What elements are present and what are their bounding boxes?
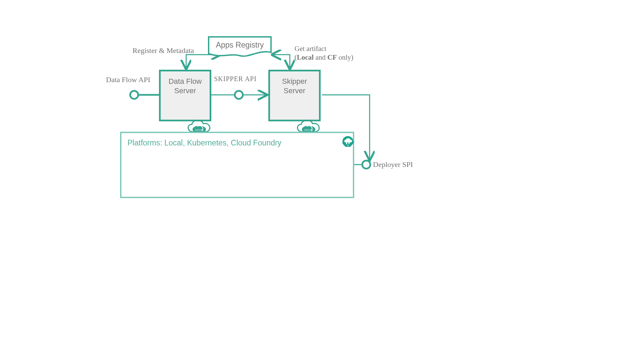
- skipper-title-l1: Skipper: [270, 77, 319, 86]
- port-deployer-spi: [362, 161, 370, 169]
- label-data-flow-api: Data Flow API: [106, 75, 150, 84]
- apps-registry-box: Apps Registry: [208, 36, 272, 56]
- dfs-title-l1: Data Flow: [161, 77, 210, 86]
- label-get-artifact: Get artifact (Local and CF only): [294, 44, 354, 62]
- label-register-metadata: Register & Metadata: [132, 46, 194, 55]
- label-get-artifact-l1: Get artifact: [294, 44, 354, 53]
- label-get-artifact-l2: (Local and CF only): [294, 53, 354, 62]
- skipper-title-l2: Server: [270, 86, 319, 96]
- svg-rect-22: [348, 142, 350, 144]
- svg-text:0101100: 0101100: [304, 129, 313, 131]
- apps-registry-title: Apps Registry: [208, 36, 272, 50]
- svg-text:0101100: 0101100: [195, 129, 204, 131]
- dfs-title-l2: Server: [161, 86, 210, 96]
- port-data-flow-api: [130, 91, 138, 99]
- ga-cf: CF: [327, 53, 337, 61]
- data-flow-server-box: Data Flow Server 0101100: [159, 70, 211, 121]
- ga-suffix: only): [337, 53, 354, 61]
- ga-prefix: (: [294, 53, 297, 61]
- edge-registry-skipper: [271, 55, 290, 70]
- ga-local: Local: [297, 53, 314, 61]
- label-skipper-api: SKIPPER API: [214, 75, 257, 83]
- ga-mid: and: [314, 53, 327, 61]
- skipper-server-box: Skipper Server 0101100: [268, 70, 321, 121]
- platforms-box: Platforms: Local, Kubernetes, Cloud Foun…: [120, 132, 354, 198]
- label-deployer-spi: Deployer SPI: [373, 160, 413, 169]
- platforms-text: Platforms: Local, Kubernetes, Cloud Foun…: [127, 138, 281, 147]
- port-skipper-api: [235, 91, 243, 99]
- svg-rect-21: [346, 142, 347, 144]
- svg-text:CF: CF: [347, 144, 349, 146]
